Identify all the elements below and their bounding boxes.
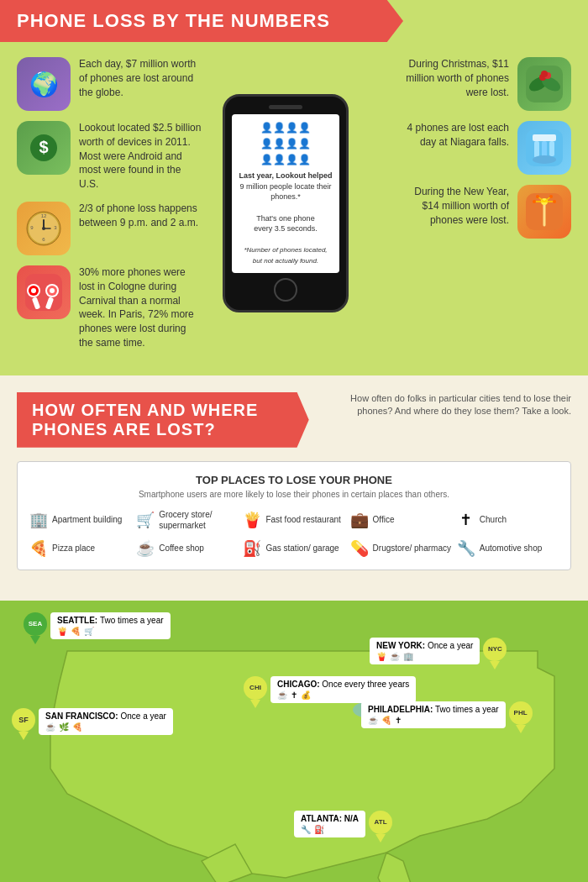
phl-name: PHILADELPHIA: Two times a year: [368, 705, 499, 714]
sf-icons: ☕ 🌿 🍕: [45, 722, 166, 732]
stat-globe-text: Each day, $7 million worth of phones are…: [79, 57, 202, 99]
holly-icon: [517, 57, 571, 111]
stat-newyear-text: During the New Year, $14 million worth o…: [403, 185, 509, 227]
stat-carnival: 30% more phones were lost in Cologne dur…: [17, 265, 202, 350]
place-icon-0: 🏢: [29, 511, 48, 529]
sf-pin-arrow: [18, 732, 29, 740]
place-item-2: 🍟 Fast food restaurant: [243, 509, 344, 531]
place-label-7: Gas station/ garage: [265, 543, 339, 554]
svg-point-42: [533, 200, 536, 203]
ny-icon1: 🍟: [376, 652, 386, 661]
seattle-icon3: 🛒: [84, 627, 94, 636]
places-grid: 🏢 Apartment building 🛒 Grocery store/ su…: [29, 509, 559, 558]
phl-icons: ☕ 🍕 ✝: [368, 716, 499, 725]
svg-point-19: [50, 288, 55, 293]
place-item-9: 🔧 Automotive shop: [457, 539, 559, 558]
niagara-icon: [517, 121, 571, 175]
svg-point-39: [549, 195, 553, 198]
globe-icon: 🌍: [17, 57, 71, 111]
seattle-pin-arrow: [30, 636, 40, 644]
phone-people: 👤👤👤👤 👤👤👤👤 👤👤👤👤: [239, 122, 333, 165]
place-label-9: Automotive shop: [480, 543, 543, 554]
phone-speaker: [269, 105, 302, 109]
place-item-6: ☕ Coffee shop: [136, 539, 238, 558]
clock-icon: 12 3 6 9: [17, 202, 71, 255]
seattle-icon2: 🍕: [71, 627, 81, 636]
stat-globe: 🌍 Each day, $7 million worth of phones a…: [17, 57, 202, 111]
place-label-5: Pizza place: [52, 543, 95, 554]
phone-body: 👤👤👤👤 👤👤👤👤 👤👤👤👤 Last year, Lookout helped…: [223, 94, 349, 312]
svg-point-25: [541, 71, 548, 77]
stat-clock: 12 3 6 9 2/3 of phone loss happens betwe…: [17, 202, 202, 255]
place-icon-3: 💼: [350, 511, 369, 529]
svg-point-15: [31, 288, 36, 293]
sf-icon1: ☕: [45, 722, 55, 732]
chicago-name: CHICAGO: Once every three years: [277, 680, 409, 689]
svg-rect-30: [549, 141, 554, 156]
top-section: PHONE LOSS BY THE NUMBERS 🌍 Each day, $7…: [0, 0, 588, 367]
svg-point-31: [533, 155, 556, 164]
left-stats: 🌍 Each day, $7 million worth of phones a…: [17, 57, 202, 350]
place-item-4: ✝ Church: [457, 509, 559, 531]
place-label-0: Apartment building: [52, 514, 122, 525]
phone-screen-text: Last year, Lookout helped 9 million peop…: [239, 171, 333, 265]
place-icon-4: ✝: [457, 511, 475, 529]
place-label-1: Grocery store/ supermarket: [159, 509, 238, 531]
atl-pin: ATL: [369, 811, 392, 834]
place-item-3: 💼 Office: [350, 509, 452, 531]
place-item-8: 💊 Drugstore/ pharmacy: [350, 539, 452, 558]
phl-icon2: 🍕: [381, 716, 391, 725]
carnival-icon: [17, 265, 71, 319]
place-icon-1: 🛒: [136, 511, 155, 529]
top-places-subtitle: Smartphone users are more likely to lose…: [29, 490, 559, 499]
city-seattle: SEA SEATTLE: Two times a year 🍟 🍕 🛒: [24, 612, 171, 644]
svg-text:12: 12: [41, 213, 47, 218]
place-item-1: 🛒 Grocery store/ supermarket: [136, 509, 238, 531]
seattle-pin: SEA: [24, 612, 47, 636]
place-icon-9: 🔧: [457, 539, 475, 558]
atl-icons: 🔧 ⛽: [301, 825, 359, 834]
chicago-icon2: ✝: [291, 690, 297, 700]
place-item-5: 🍕 Pizza place: [29, 539, 131, 558]
stat-niagara-text: 4 phones are lost each day at Niagara fa…: [403, 121, 509, 150]
city-newyork: NEW YORK: Once a year 🍟 ☕ 🏢 NYC: [370, 638, 507, 669]
stat-money: $ Lookout located $2.5 billion worth of …: [17, 121, 202, 192]
main-title: PHONE LOSS BY THE NUMBERS: [0, 0, 403, 42]
chicago-icon1: ☕: [277, 690, 287, 700]
newyear-icon: [517, 185, 571, 239]
svg-point-10: [42, 227, 45, 230]
place-icon-5: 🍕: [29, 539, 48, 558]
phl-info: PHILADELPHIA: Two times a year ☕ 🍕 ✝: [361, 701, 506, 728]
place-item-0: 🏢 Apartment building: [29, 509, 131, 531]
city-sf: SF SAN FRANCISCO: Once a year ☕ 🌿 🍕: [12, 708, 173, 740]
section2: HOW OFTEN AND WHERE PHONES ARE LOST? How…: [0, 375, 588, 601]
seattle-icons: 🍟 🍕 🛒: [57, 627, 164, 636]
phone-home-button: [274, 278, 297, 302]
chicago-icon3: 💰: [301, 690, 311, 700]
atl-pin-arrow: [375, 834, 386, 843]
place-item-7: ⛽ Gas station/ garage: [243, 539, 344, 558]
sf-name: SAN FRANCISCO: Once a year: [45, 711, 166, 721]
stat-christmas: During Christmas, $11 million worth of p…: [403, 57, 571, 111]
svg-rect-28: [534, 141, 539, 158]
sf-icon2: 🌿: [59, 722, 69, 732]
ny-icons: 🍟 ☕ 🏢: [376, 652, 473, 661]
phl-pin-arrow: [516, 725, 526, 733]
place-icon-6: ☕: [136, 539, 155, 558]
chicago-icons: ☕ ✝ 💰: [277, 690, 409, 700]
ny-pin: NYC: [483, 638, 507, 661]
place-label-3: Office: [373, 514, 395, 525]
atl-icon1: 🔧: [301, 825, 311, 834]
ny-icon2: ☕: [390, 652, 400, 661]
svg-point-41: [553, 200, 556, 203]
stat-clock-text: 2/3 of phone loss happens between 9 p.m.…: [79, 202, 202, 230]
right-stats: During Christmas, $11 million worth of p…: [403, 57, 571, 350]
section2-description: How often do folks in particular cities …: [315, 392, 571, 418]
place-icon-8: 💊: [350, 539, 369, 558]
svg-point-40: [536, 195, 539, 198]
stat-christmas-text: During Christmas, $11 million worth of p…: [403, 57, 509, 99]
atl-icon2: ⛽: [314, 825, 324, 834]
city-atlanta: ATLANTA: N/A 🔧 ⛽ ATL: [294, 811, 392, 843]
seattle-info: SEATTLE: Two times a year 🍟 🍕 🛒: [50, 612, 171, 639]
stats-container: 🌍 Each day, $7 million worth of phones a…: [0, 57, 588, 350]
